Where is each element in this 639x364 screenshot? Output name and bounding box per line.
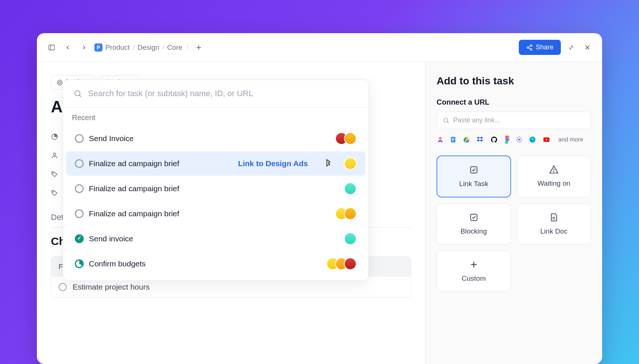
and-more-label[interactable]: and more — [558, 136, 583, 143]
nav-back-button[interactable] — [62, 42, 74, 53]
svg-rect-23 — [452, 139, 455, 140]
svg-rect-40 — [470, 214, 477, 220]
app-window: P Product / Design / Core | Share — [37, 33, 602, 364]
sidebar-toggle-button[interactable] — [46, 42, 58, 53]
svg-line-31 — [517, 137, 518, 139]
avatars — [344, 157, 357, 170]
status-icon — [75, 209, 84, 218]
card-grid: Link Task Waiting on Blocking Link Doc C… — [437, 155, 591, 292]
checkbox-icon[interactable] — [59, 283, 67, 291]
svg-point-17 — [75, 91, 80, 96]
search-result[interactable]: Finalize ad campaign brief — [66, 176, 365, 201]
url-input[interactable] — [453, 116, 585, 124]
status-icon — [75, 134, 84, 143]
svg-point-4 — [530, 45, 532, 46]
cursor-icon — [323, 158, 334, 169]
avatars — [344, 232, 357, 245]
search-input[interactable] — [88, 89, 358, 98]
add-button[interactable] — [193, 42, 205, 53]
status-progress-icon — [75, 259, 84, 268]
search-result[interactable]: Confirm budgets — [66, 252, 365, 276]
svg-point-5 — [527, 46, 529, 48]
svg-point-14 — [53, 153, 56, 155]
topbar: P Product / Design / Core | Share — [37, 33, 602, 62]
svg-line-32 — [520, 141, 521, 142]
svg-point-39 — [554, 171, 554, 172]
svg-rect-24 — [452, 140, 454, 141]
avatars — [344, 182, 357, 195]
link-task-icon — [469, 165, 479, 175]
google-drive-icon[interactable] — [462, 136, 470, 143]
link-hint: Link to Design Ads — [238, 159, 308, 168]
svg-point-11 — [57, 80, 62, 85]
svg-line-7 — [528, 46, 530, 47]
doc-icon — [549, 213, 559, 222]
custom-card[interactable]: Custom — [437, 251, 511, 292]
svg-point-12 — [59, 81, 61, 84]
app-icons-row: and more — [437, 136, 591, 144]
status-icon — [75, 159, 84, 168]
svg-point-6 — [530, 49, 532, 50]
breadcrumb-item[interactable]: Product — [105, 43, 129, 52]
svg-line-34 — [520, 137, 521, 139]
github-icon[interactable] — [490, 136, 498, 143]
nav-forward-button[interactable] — [78, 42, 90, 53]
search-row — [63, 80, 368, 108]
share-label: Share — [536, 43, 553, 51]
svg-point-26 — [518, 139, 520, 141]
search-panel: Recent Send Invoice Finalize ad campaign… — [63, 80, 369, 281]
svg-point-16 — [53, 191, 53, 192]
svg-rect-37 — [470, 167, 477, 173]
search-result[interactable]: Finalize ad campaign brief Link to Desig… — [66, 151, 365, 176]
svg-line-8 — [528, 48, 530, 49]
recent-label: Recent — [63, 108, 368, 126]
breadcrumb-badge: P — [94, 43, 103, 52]
share-button[interactable]: Share — [519, 40, 561, 55]
url-input-wrap[interactable] — [437, 112, 591, 129]
avatars — [335, 132, 357, 145]
search-result[interactable]: Finalize ad campaign brief — [66, 202, 365, 226]
avatars — [326, 258, 357, 270]
minimize-button[interactable] — [565, 42, 577, 53]
plus-icon — [469, 260, 479, 269]
right-panel-title: Add to this task — [437, 75, 591, 87]
waiting-on-card[interactable]: Waiting on — [517, 155, 591, 197]
svg-line-18 — [79, 95, 81, 97]
right-pane: Add to this task Connect a URL and more — [425, 62, 602, 364]
left-pane: Task d2Df34D Ac St As Ta Pri — [37, 62, 425, 364]
blocking-icon — [469, 213, 479, 222]
link-doc-card[interactable]: Link Doc — [517, 203, 591, 245]
breadcrumb[interactable]: P Product / Design / Core — [94, 43, 182, 52]
svg-rect-22 — [452, 138, 455, 139]
svg-line-20 — [447, 122, 449, 123]
svg-line-33 — [517, 141, 518, 142]
search-icon — [443, 117, 449, 124]
connect-url-label: Connect a URL — [437, 98, 591, 106]
google-docs-icon[interactable] — [450, 136, 456, 143]
svg-point-35 — [529, 137, 536, 143]
avatars — [335, 207, 357, 220]
claude-icon[interactable] — [515, 136, 523, 143]
figma-icon[interactable] — [504, 136, 510, 144]
svg-point-15 — [53, 172, 53, 173]
search-icon — [73, 89, 82, 98]
blocking-card[interactable]: Blocking — [437, 203, 511, 245]
status-icon — [75, 184, 84, 193]
search-result[interactable]: Send Invoice — [66, 126, 365, 151]
svg-rect-0 — [49, 45, 55, 50]
breadcrumb-item[interactable]: Core — [167, 43, 182, 52]
search-result[interactable]: Send invoice — [66, 227, 365, 251]
main: Task d2Df34D Ac St As Ta Pri — [37, 62, 602, 364]
svg-point-19 — [444, 118, 448, 122]
clickup-icon[interactable] — [437, 136, 444, 143]
edge-icon[interactable] — [529, 136, 536, 143]
dropbox-icon[interactable] — [476, 136, 485, 143]
youtube-icon[interactable] — [542, 136, 551, 143]
close-button[interactable] — [581, 42, 593, 53]
status-done-icon — [75, 234, 84, 243]
warning-icon — [549, 165, 559, 174]
link-task-card[interactable]: Link Task — [437, 155, 511, 197]
breadcrumb-item[interactable]: Design — [138, 43, 159, 52]
